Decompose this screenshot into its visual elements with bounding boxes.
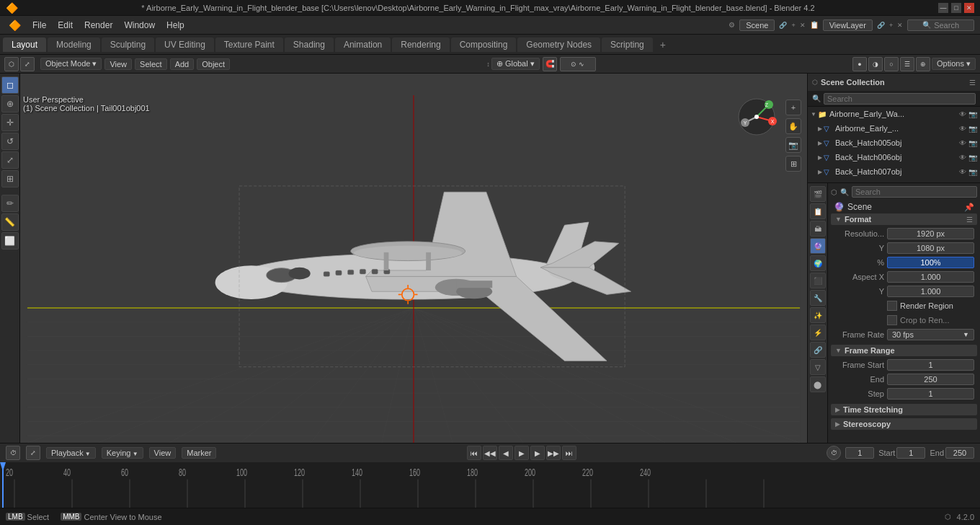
timeline-maximize[interactable]: ⤢ (26, 446, 40, 460)
render-visibility-icon[interactable]: 📷 (968, 110, 977, 118)
prop-tab-data[interactable]: ▽ (810, 359, 826, 375)
add-menu[interactable]: Add (170, 58, 195, 70)
format-section-header[interactable]: ▼ Format ☰ (831, 213, 977, 225)
viewport-overlay[interactable]: ☰ (900, 57, 914, 71)
editor-type-button[interactable]: ⬡ (4, 57, 19, 71)
current-frame-field[interactable]: 1 (845, 447, 874, 459)
menu-window[interactable]: Window (118, 19, 161, 32)
aspect-y-value[interactable]: 1.000 (887, 286, 974, 297)
timeline-ruler[interactable]: 20 40 60 80 100 120 140 160 180 200 220 … (0, 462, 980, 508)
tab-geometry-nodes[interactable]: Geometry Nodes (517, 38, 600, 52)
tool-transform[interactable]: ⊞ (1, 170, 19, 188)
vis-cam-3[interactable]: 📷 (968, 168, 977, 176)
vis-eye-0[interactable]: 👁 (959, 125, 966, 133)
viewlayer-selector[interactable]: ViewLayer (823, 19, 873, 31)
vis-cam-1[interactable]: 📷 (968, 139, 977, 147)
start-frame-field[interactable]: 1 (896, 447, 925, 459)
tab-animation[interactable]: Animation (335, 38, 391, 52)
proportional-edit[interactable]: ⊙ ∿ (560, 57, 596, 71)
vis-cam-4[interactable]: 📷 (968, 182, 977, 183)
aspect-x-value[interactable]: 1.000 (887, 271, 974, 283)
frame-start-value[interactable]: 1 (887, 359, 974, 371)
frame-step-value[interactable]: 1 (887, 388, 974, 400)
menu-help[interactable]: Help (161, 19, 190, 32)
close-button[interactable]: ✕ (964, 3, 974, 13)
prop-tab-scene[interactable]: 🔮 (810, 238, 826, 254)
prop-tab-world[interactable]: 🌍 (810, 255, 826, 271)
outliner-item-3[interactable]: ▶ ▽ Back_Hatch007obj 👁 📷 (808, 164, 980, 179)
scene-selector[interactable]: Scene (739, 19, 775, 31)
tab-compositing[interactable]: Compositing (451, 38, 517, 52)
outliner-item-root[interactable]: ▼ 📁 Airborne_Early_Wa... 👁 📷 (808, 107, 980, 121)
prev-keyframe-button[interactable]: ◀◀ (483, 446, 497, 460)
tab-texture-paint[interactable]: Texture Paint (215, 38, 283, 52)
snap-button[interactable]: 🧲 (543, 57, 557, 71)
tab-modeling[interactable]: Modeling (48, 38, 100, 52)
outliner-search-input[interactable] (824, 93, 976, 105)
resolution-x-value[interactable]: 1920 px (887, 228, 974, 239)
resolution-y-value[interactable]: 1080 px (887, 242, 974, 254)
minimize-button[interactable]: — (938, 3, 948, 13)
add-workspace-button[interactable]: + (654, 37, 672, 53)
format-menu[interactable]: ☰ (966, 216, 973, 224)
tool-scale[interactable]: ⤢ (1, 151, 19, 169)
viewport-gizmo-toggle[interactable]: ⊕ (916, 57, 930, 71)
object-menu[interactable]: Object (197, 58, 230, 70)
viewport-shading-solid[interactable]: ● (852, 57, 867, 71)
menu-render[interactable]: Render (79, 19, 118, 32)
grid-button[interactable]: ⊞ (785, 156, 801, 172)
viewport-shading-rendered[interactable]: ○ (884, 57, 899, 71)
outliner-item-1[interactable]: ▶ ▽ Back_Hatch005obj 👁 📷 (808, 136, 980, 150)
vis-cam-0[interactable]: 📷 (968, 125, 977, 133)
tab-sculpting[interactable]: Sculpting (102, 38, 154, 52)
prop-tab-physics[interactable]: ⚡ (810, 325, 826, 340)
transform-orientation[interactable]: ⊕ Global ▾ (491, 58, 540, 70)
keying-menu[interactable]: Keying (102, 447, 143, 459)
outliner-item-2[interactable]: ▶ ▽ Back_Hatch006obj 👁 📷 (808, 150, 980, 164)
tool-measure[interactable]: 📏 (1, 213, 19, 231)
tab-scripting[interactable]: Scripting (602, 38, 653, 52)
next-frame-button[interactable]: ▶ (530, 446, 545, 460)
jump-to-start-button[interactable]: ⏮ (467, 446, 481, 460)
outliner-filter[interactable]: ☰ (969, 79, 976, 87)
tab-layout[interactable]: Layout (3, 38, 46, 52)
maximize-area-button[interactable]: ⤢ (20, 57, 35, 71)
render-region-checkbox[interactable] (887, 301, 897, 311)
properties-search-input[interactable] (852, 186, 977, 198)
view-menu[interactable]: View (104, 58, 132, 70)
playback-menu[interactable]: Playback (46, 447, 96, 459)
resolution-pct-value[interactable]: 100% (887, 257, 974, 268)
vis-eye-3[interactable]: 👁 (959, 168, 966, 176)
prop-tab-particles[interactable]: ✨ (810, 307, 826, 323)
tool-select-box[interactable]: ◻ (1, 76, 19, 94)
prev-frame-button[interactable]: ◀ (499, 446, 513, 460)
prop-tab-view-layer[interactable]: 🏔 (810, 221, 826, 237)
prop-tab-material[interactable]: ⬤ (810, 376, 826, 392)
timeline-editor-type[interactable]: ⏱ (6, 446, 20, 460)
prop-tab-modifiers[interactable]: 🔧 (810, 290, 826, 306)
marker-menu[interactable]: Marker (182, 447, 216, 459)
tab-rendering[interactable]: Rendering (392, 38, 449, 52)
viewport-3d[interactable]: User Perspective (1) Scene Collection | … (20, 74, 807, 443)
end-frame-field[interactable]: 250 (945, 447, 974, 459)
tab-shading[interactable]: Shading (285, 38, 334, 52)
menu-edit[interactable]: Edit (52, 19, 79, 32)
tool-rotate[interactable]: ↺ (1, 133, 19, 150)
time-stretching-header[interactable]: ▶ Time Stretching (831, 404, 977, 415)
options-menu[interactable]: Options ▾ (932, 58, 976, 70)
axis-gizmo[interactable]: Z X Y (735, 95, 778, 138)
frame-range-header[interactable]: ▼ Frame Range (831, 345, 977, 356)
maximize-button[interactable]: □ (951, 3, 961, 13)
prop-tab-output[interactable]: 📋 (810, 203, 826, 219)
visibility-icon[interactable]: 👁 (959, 110, 966, 118)
crop-checkbox[interactable] (887, 315, 897, 325)
sync-button[interactable]: ⏱ (827, 446, 841, 460)
jump-to-end-button[interactable]: ⏭ (562, 446, 576, 460)
zoom-in-button[interactable]: + (785, 100, 801, 115)
frame-rate-dropdown[interactable]: 30 fps ▼ (887, 329, 974, 340)
frame-end-value[interactable]: 250 (887, 374, 974, 385)
tool-annotate[interactable]: ✏ (1, 195, 19, 212)
outliner-item-4[interactable]: ▶ ▽ Back_Hatch008obj 👁 📷 (808, 179, 980, 182)
vis-eye-2[interactable]: 👁 (959, 154, 966, 162)
select-menu[interactable]: Select (135, 58, 167, 70)
